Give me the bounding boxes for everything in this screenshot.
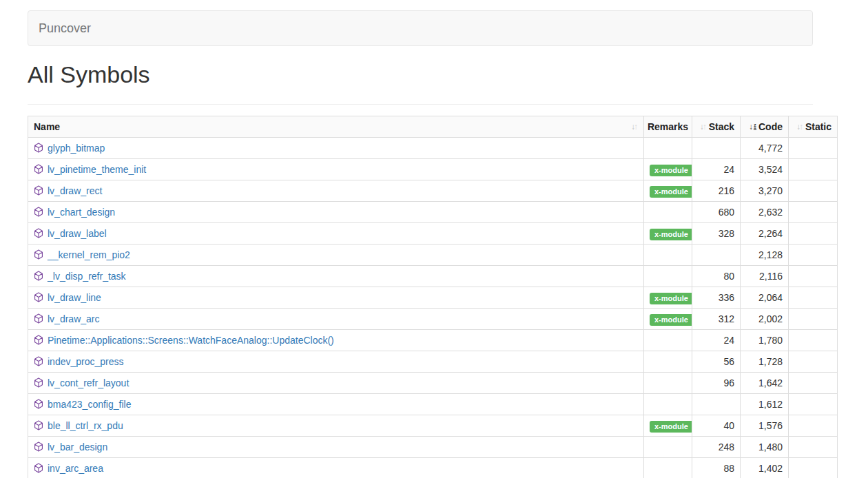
table-row: lv_draw_arcx-module3122,002 bbox=[28, 309, 838, 330]
symbol-link[interactable]: lv_cont_refr_layout bbox=[48, 377, 129, 388]
table-row: glyph_bitmap4,772 bbox=[28, 138, 838, 159]
remarks-cell bbox=[644, 458, 692, 478]
symbol-link[interactable]: _lv_disp_refr_task bbox=[48, 271, 126, 282]
symbol-name-cell: lv_pinetime_theme_init bbox=[28, 159, 644, 180]
symbol-link[interactable]: indev_proc_press bbox=[48, 356, 124, 367]
remarks-cell: x-module bbox=[644, 223, 692, 245]
cube-icon bbox=[34, 399, 43, 409]
code-cell: 2,116 bbox=[741, 266, 789, 287]
symbol-link[interactable]: lv_draw_arc bbox=[48, 313, 99, 324]
static-cell bbox=[789, 373, 838, 394]
symbol-link[interactable]: ble_ll_ctrl_rx_pdu bbox=[48, 420, 123, 431]
cube-icon bbox=[34, 420, 43, 430]
cube-icon bbox=[34, 292, 43, 302]
symbols-table: Name ↓↑ Remarks ↓↑ Stack bbox=[28, 116, 838, 478]
column-label: Name bbox=[34, 120, 60, 134]
stack-cell: 80 bbox=[692, 266, 741, 287]
stack-cell bbox=[692, 138, 741, 159]
column-header-name[interactable]: Name ↓↑ bbox=[28, 116, 644, 138]
code-cell: 1,642 bbox=[741, 373, 789, 394]
stack-cell bbox=[692, 394, 741, 415]
sort-alpha-desc-icon: ↓za bbox=[749, 120, 756, 134]
symbol-link[interactable]: inv_arc_area bbox=[48, 463, 103, 474]
stack-cell: 680 bbox=[692, 202, 741, 223]
symbol-name-cell: lv_draw_line bbox=[28, 287, 644, 309]
stack-cell: 328 bbox=[692, 223, 741, 245]
cube-icon bbox=[34, 249, 43, 260]
symbol-name-cell: lv_cont_refr_layout bbox=[28, 373, 644, 394]
symbol-link[interactable]: glyph_bitmap bbox=[48, 143, 105, 154]
remarks-cell bbox=[644, 394, 692, 415]
code-cell: 3,524 bbox=[741, 159, 789, 180]
code-cell: 2,002 bbox=[741, 309, 789, 330]
column-header-code[interactable]: ↓za Code bbox=[741, 116, 789, 138]
symbol-link[interactable]: lv_draw_rect bbox=[48, 185, 102, 196]
static-cell bbox=[789, 330, 838, 351]
page-title: All Symbols bbox=[28, 61, 868, 88]
stack-cell: 88 bbox=[692, 458, 741, 478]
x-module-badge: x-module bbox=[650, 186, 692, 198]
static-cell bbox=[789, 138, 838, 159]
symbol-link[interactable]: lv_chart_design bbox=[48, 207, 115, 218]
static-cell bbox=[789, 202, 838, 223]
column-label: Static bbox=[805, 120, 831, 134]
cube-icon bbox=[34, 356, 43, 366]
table-row: lv_cont_refr_layout961,642 bbox=[28, 373, 838, 394]
table-row: lv_pinetime_theme_initx-module243,524 bbox=[28, 159, 838, 180]
cube-icon bbox=[34, 271, 43, 281]
remarks-cell bbox=[644, 437, 692, 458]
x-module-badge: x-module bbox=[650, 229, 692, 240]
code-cell: 1,402 bbox=[741, 458, 789, 478]
cube-icon bbox=[34, 335, 43, 345]
symbol-name-cell: _lv_disp_refr_task bbox=[28, 266, 644, 287]
remarks-cell: x-module bbox=[644, 415, 692, 437]
remarks-cell bbox=[644, 266, 692, 287]
column-label: Stack bbox=[709, 120, 734, 134]
symbol-link[interactable]: lv_draw_line bbox=[48, 292, 101, 303]
stack-cell: 216 bbox=[692, 180, 741, 202]
table-row: bma423_config_file1,612 bbox=[28, 394, 838, 415]
symbol-name-cell: lv_draw_label bbox=[28, 223, 644, 245]
column-label: Remarks bbox=[648, 120, 688, 134]
symbol-name-cell: __kernel_rem_pio2 bbox=[28, 245, 644, 266]
static-cell bbox=[789, 351, 838, 373]
column-header-static[interactable]: ↓↑ Static bbox=[789, 116, 838, 138]
static-cell bbox=[789, 159, 838, 180]
navbar-brand-link[interactable]: Puncover bbox=[28, 11, 101, 45]
symbol-link[interactable]: __kernel_rem_pio2 bbox=[48, 249, 130, 260]
stack-cell: 312 bbox=[692, 309, 741, 330]
remarks-cell: x-module bbox=[644, 287, 692, 309]
stack-cell: 24 bbox=[692, 159, 741, 180]
code-cell: 2,064 bbox=[741, 287, 789, 309]
table-row: Pinetime::Applications::Screens::WatchFa… bbox=[28, 330, 838, 351]
column-label: Code bbox=[758, 120, 783, 134]
symbol-name-cell: bma423_config_file bbox=[28, 394, 644, 415]
stack-cell: 24 bbox=[692, 330, 741, 351]
static-cell bbox=[789, 287, 838, 309]
static-cell bbox=[789, 415, 838, 437]
symbol-link[interactable]: lv_bar_design bbox=[48, 441, 107, 453]
remarks-cell bbox=[644, 330, 692, 351]
symbol-link[interactable]: Pinetime::Applications::Screens::WatchFa… bbox=[48, 335, 334, 346]
stack-cell bbox=[692, 245, 741, 266]
symbol-link[interactable]: bma423_config_file bbox=[48, 399, 131, 410]
table-row: _lv_disp_refr_task802,116 bbox=[28, 266, 838, 287]
column-header-stack[interactable]: ↓↑ Stack bbox=[692, 116, 741, 138]
remarks-cell bbox=[644, 138, 692, 159]
stack-cell: 248 bbox=[692, 437, 741, 458]
symbol-link[interactable]: lv_draw_label bbox=[48, 228, 107, 239]
symbol-link[interactable]: lv_pinetime_theme_init bbox=[48, 164, 146, 175]
cube-icon bbox=[34, 143, 43, 153]
cube-icon bbox=[34, 463, 43, 473]
symbol-name-cell: inv_arc_area bbox=[28, 458, 644, 478]
x-module-badge: x-module bbox=[650, 293, 692, 304]
cube-icon bbox=[34, 228, 43, 238]
cube-icon bbox=[34, 313, 43, 324]
table-row: ble_ll_ctrl_rx_pdux-module401,576 bbox=[28, 415, 838, 437]
code-cell: 1,728 bbox=[741, 351, 789, 373]
symbols-table-body: glyph_bitmap4,772lv_pinetime_theme_initx… bbox=[28, 138, 838, 478]
x-module-badge: x-module bbox=[650, 165, 692, 176]
static-cell bbox=[789, 458, 838, 478]
table-row: inv_arc_area881,402 bbox=[28, 458, 838, 478]
cube-icon bbox=[34, 185, 43, 196]
